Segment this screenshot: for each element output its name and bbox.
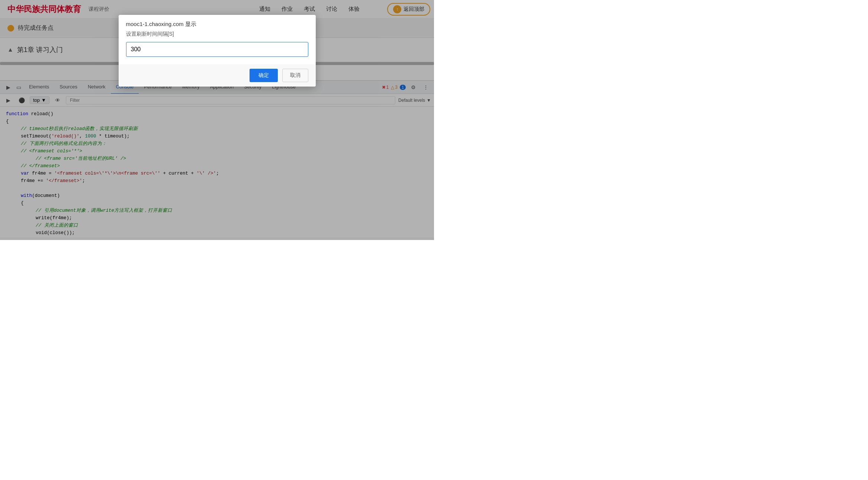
modal-dialog: mooc1-1.chaoxing.com 显示 设置刷新时间间隔[S] 确定 取… <box>119 15 316 87</box>
modal-confirm-button[interactable]: 确定 <box>250 69 278 82</box>
modal-subtitle: 设置刷新时间间隔[S] <box>119 31 316 42</box>
modal-input[interactable] <box>126 42 308 57</box>
modal-title: mooc1-1.chaoxing.com 显示 <box>119 15 316 31</box>
modal-overlay: mooc1-1.chaoxing.com 显示 设置刷新时间间隔[S] 确定 取… <box>0 0 434 240</box>
modal-cancel-button[interactable]: 取消 <box>282 69 308 82</box>
modal-actions: 确定 取消 <box>119 64 316 87</box>
